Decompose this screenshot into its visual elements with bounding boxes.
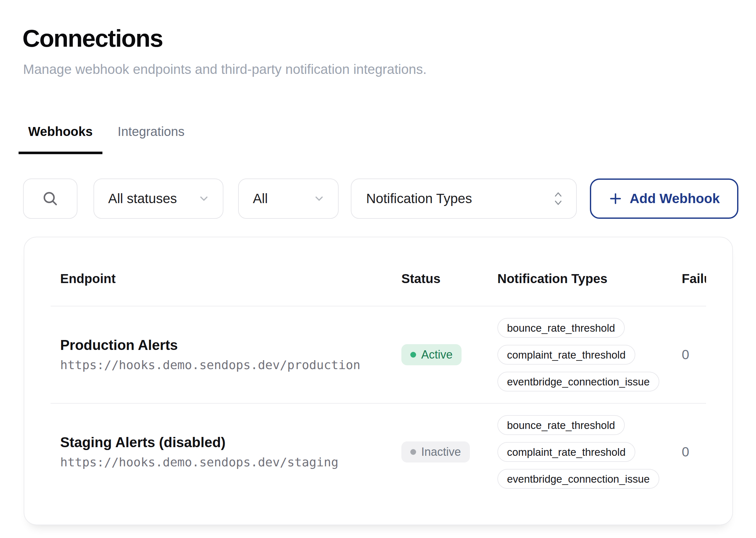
type-filter-value: All [253, 191, 268, 206]
type-filter-select[interactable]: All [238, 179, 339, 219]
table-scroll-area: Endpoint Status Notification Types Failu… [51, 256, 706, 507]
notification-type-tag: complaint_rate_threshold [497, 442, 635, 462]
tabs: Webhooks Integrations [19, 124, 194, 154]
column-header-status: Status [392, 256, 488, 306]
tab-integrations[interactable]: Integrations [108, 124, 194, 154]
plus-icon [609, 191, 622, 206]
add-webhook-button[interactable]: Add Webhook [590, 179, 738, 219]
status-label: Inactive [421, 445, 461, 459]
notification-types-select[interactable]: Notification Types [351, 179, 577, 219]
notification-type-tags: bounce_rate_threshold complaint_rate_thr… [497, 415, 664, 489]
webhook-name: Staging Alerts (disabled) [60, 435, 392, 450]
column-header-notification-types: Notification Types [488, 256, 664, 306]
page-subtitle: Manage webhook endpoints and third-party… [23, 63, 427, 76]
table-header-row: Endpoint Status Notification Types Failu… [51, 256, 706, 306]
failures-count: 0 [664, 404, 706, 500]
webhook-url: https://hooks.demo.sendops.dev/productio… [60, 358, 392, 372]
chevron-down-icon [313, 192, 325, 205]
add-webhook-label: Add Webhook [630, 191, 720, 206]
notification-type-tag: eventbridge_connection_issue [497, 372, 659, 392]
status-filter-value: All statuses [108, 191, 177, 206]
webhooks-table-card: Endpoint Status Notification Types Failu… [24, 237, 733, 525]
table-row: Production Alerts https://hooks.demo.sen… [51, 306, 706, 404]
notification-type-tags: bounce_rate_threshold complaint_rate_thr… [497, 318, 664, 392]
connections-page: Connections Manage webhook endpoints and… [0, 0, 756, 538]
webhook-url: https://hooks.demo.sendops.dev/staging [60, 456, 392, 469]
webhooks-table: Endpoint Status Notification Types Failu… [51, 256, 706, 500]
search-button[interactable] [23, 179, 78, 219]
chevron-down-icon [198, 192, 210, 205]
webhook-name: Production Alerts [60, 338, 392, 353]
status-dot-icon [410, 352, 416, 357]
status-badge: Inactive [401, 441, 470, 462]
column-header-endpoint: Endpoint [51, 256, 392, 306]
notification-type-tag: complaint_rate_threshold [497, 345, 635, 365]
notification-type-tag: bounce_rate_threshold [497, 415, 625, 435]
status-dot-icon [410, 449, 416, 455]
notification-types-value: Notification Types [366, 191, 472, 206]
column-header-failures: Failures [664, 256, 706, 306]
table-row: Staging Alerts (disabled) https://hooks.… [51, 404, 706, 500]
filter-toolbar: All statuses All Notification Types [0, 179, 756, 219]
page-title: Connections [23, 26, 163, 51]
status-filter-select[interactable]: All statuses [93, 179, 223, 219]
search-icon [42, 190, 59, 207]
failures-count: 0 [664, 306, 706, 404]
status-badge: Active [401, 344, 462, 365]
notification-type-tag: eventbridge_connection_issue [497, 469, 659, 489]
tab-webhooks[interactable]: Webhooks [19, 124, 102, 154]
notification-type-tag: bounce_rate_threshold [497, 318, 625, 338]
chevrons-up-down-icon [553, 190, 563, 207]
status-label: Active [421, 348, 453, 361]
